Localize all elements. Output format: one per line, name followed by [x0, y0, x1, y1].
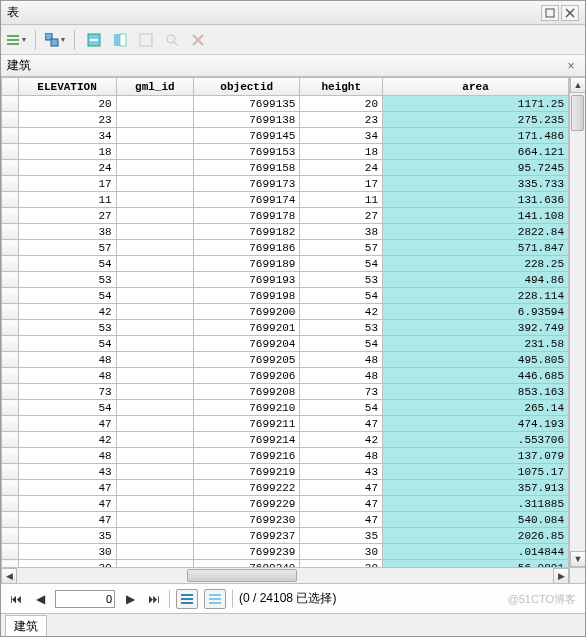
table-row[interactable]: 3076992403056.0891 — [2, 560, 569, 568]
cell-elevation[interactable]: 27 — [18, 208, 116, 224]
table-row[interactable]: 54769920454231.58 — [2, 336, 569, 352]
cell-gml_id[interactable] — [116, 368, 193, 384]
cell-height[interactable]: 54 — [300, 400, 383, 416]
cell-area[interactable]: 571.847 — [383, 240, 569, 256]
cell-gml_id[interactable] — [116, 272, 193, 288]
cell-height[interactable]: 48 — [300, 368, 383, 384]
table-row[interactable]: 30769923930.014844 — [2, 544, 569, 560]
cell-gml_id[interactable] — [116, 480, 193, 496]
cell-area[interactable]: 56.0891 — [383, 560, 569, 568]
cell-objectid[interactable]: 7699158 — [194, 160, 300, 176]
row-header[interactable] — [2, 384, 19, 400]
table-row[interactable]: 34769914534171.486 — [2, 128, 569, 144]
table-row[interactable]: 27769917827141.108 — [2, 208, 569, 224]
table-row[interactable]: 57769918657571.847 — [2, 240, 569, 256]
row-header[interactable] — [2, 416, 19, 432]
table-row[interactable]: 2476991582495.7245 — [2, 160, 569, 176]
row-header[interactable] — [2, 128, 19, 144]
table-row[interactable]: 73769920873853.163 — [2, 384, 569, 400]
cell-height[interactable]: 38 — [300, 224, 383, 240]
row-header[interactable] — [2, 352, 19, 368]
column-header-height[interactable]: height — [300, 78, 383, 96]
cell-gml_id[interactable] — [116, 96, 193, 112]
cell-objectid[interactable]: 7699206 — [194, 368, 300, 384]
cell-area[interactable]: .311885 — [383, 496, 569, 512]
table-row[interactable]: 54769921054265.14 — [2, 400, 569, 416]
cell-elevation[interactable]: 34 — [18, 128, 116, 144]
cell-elevation[interactable]: 54 — [18, 256, 116, 272]
cell-objectid[interactable]: 7699210 — [194, 400, 300, 416]
show-selected-records-button[interactable] — [204, 589, 226, 609]
row-header[interactable] — [2, 512, 19, 528]
row-header[interactable] — [2, 464, 19, 480]
record-position-input[interactable] — [55, 590, 115, 608]
cell-objectid[interactable]: 7699208 — [194, 384, 300, 400]
cell-elevation[interactable]: 48 — [18, 352, 116, 368]
cell-objectid[interactable]: 7699205 — [194, 352, 300, 368]
scroll-track-vertical[interactable] — [570, 93, 585, 551]
cell-height[interactable]: 30 — [300, 544, 383, 560]
cell-objectid[interactable]: 7699230 — [194, 512, 300, 528]
cell-area[interactable]: 335.733 — [383, 176, 569, 192]
row-header[interactable] — [2, 112, 19, 128]
clear-selection-button[interactable] — [135, 29, 157, 51]
cell-elevation[interactable]: 42 — [18, 304, 116, 320]
cell-height[interactable]: 34 — [300, 128, 383, 144]
cell-area[interactable]: 231.58 — [383, 336, 569, 352]
cell-area[interactable]: 228.25 — [383, 256, 569, 272]
cell-objectid[interactable]: 7699214 — [194, 432, 300, 448]
cell-elevation[interactable]: 23 — [18, 112, 116, 128]
cell-height[interactable]: 43 — [300, 464, 383, 480]
cell-gml_id[interactable] — [116, 384, 193, 400]
cell-elevation[interactable]: 54 — [18, 336, 116, 352]
scroll-up-button[interactable]: ▲ — [570, 77, 585, 93]
cell-elevation[interactable]: 30 — [18, 544, 116, 560]
cell-gml_id[interactable] — [116, 304, 193, 320]
row-header[interactable] — [2, 208, 19, 224]
cell-height[interactable]: 42 — [300, 432, 383, 448]
tab-layer[interactable]: 建筑 — [5, 615, 47, 637]
cell-objectid[interactable]: 7699193 — [194, 272, 300, 288]
cell-objectid[interactable]: 7699240 — [194, 560, 300, 568]
table-row[interactable]: 357699237352026.85 — [2, 528, 569, 544]
table-row[interactable]: 18769915318664.121 — [2, 144, 569, 160]
cell-height[interactable]: 20 — [300, 96, 383, 112]
cell-area[interactable]: 228.114 — [383, 288, 569, 304]
table-options-dropdown[interactable] — [5, 29, 27, 51]
row-header[interactable] — [2, 192, 19, 208]
cell-height[interactable]: 57 — [300, 240, 383, 256]
cell-objectid[interactable]: 7699198 — [194, 288, 300, 304]
row-header[interactable] — [2, 560, 19, 568]
cell-gml_id[interactable] — [116, 128, 193, 144]
cell-height[interactable]: 11 — [300, 192, 383, 208]
cell-objectid[interactable]: 7699229 — [194, 496, 300, 512]
cell-objectid[interactable]: 7699219 — [194, 464, 300, 480]
scroll-left-button[interactable]: ◀ — [1, 568, 17, 583]
cell-height[interactable]: 47 — [300, 480, 383, 496]
cell-objectid[interactable]: 7699201 — [194, 320, 300, 336]
horizontal-scrollbar[interactable]: ◀ ▶ — [1, 567, 569, 583]
close-table-button[interactable]: × — [563, 58, 579, 74]
cell-elevation[interactable]: 43 — [18, 464, 116, 480]
row-header[interactable] — [2, 336, 19, 352]
cell-elevation[interactable]: 17 — [18, 176, 116, 192]
cell-height[interactable]: 18 — [300, 144, 383, 160]
table-row[interactable]: 47769922247357.913 — [2, 480, 569, 496]
cell-area[interactable]: 2026.85 — [383, 528, 569, 544]
cell-area[interactable]: 494.86 — [383, 272, 569, 288]
last-record-button[interactable]: ⏭ — [145, 590, 163, 608]
cell-gml_id[interactable] — [116, 416, 193, 432]
cell-objectid[interactable]: 7699174 — [194, 192, 300, 208]
cell-objectid[interactable]: 7699216 — [194, 448, 300, 464]
row-header[interactable] — [2, 256, 19, 272]
cell-height[interactable]: 47 — [300, 496, 383, 512]
cell-area[interactable]: 853.163 — [383, 384, 569, 400]
row-header[interactable] — [2, 96, 19, 112]
scroll-down-button[interactable]: ▼ — [570, 551, 585, 567]
cell-gml_id[interactable] — [116, 512, 193, 528]
cell-gml_id[interactable] — [116, 496, 193, 512]
cell-elevation[interactable]: 18 — [18, 144, 116, 160]
cell-gml_id[interactable] — [116, 240, 193, 256]
cell-gml_id[interactable] — [116, 176, 193, 192]
table-row[interactable]: 53769919353494.86 — [2, 272, 569, 288]
